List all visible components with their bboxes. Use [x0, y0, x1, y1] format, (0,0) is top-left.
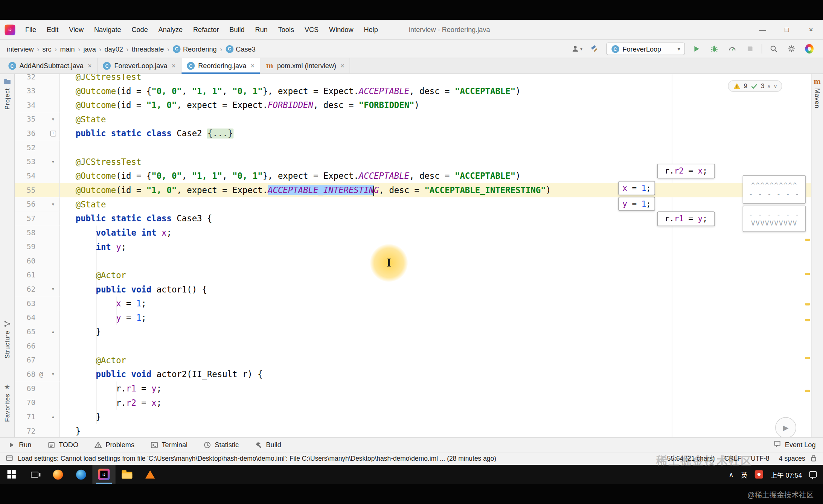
- line-number[interactable]: 69: [15, 382, 35, 396]
- line-number[interactable]: 52: [15, 141, 35, 155]
- tab-reordering-java[interactable]: CReordering.java×: [181, 58, 261, 73]
- readonly-lock-button[interactable]: [809, 454, 818, 463]
- ime-indicator[interactable]: 英: [741, 469, 747, 479]
- line-number[interactable]: 67: [15, 353, 35, 367]
- line-number[interactable]: 32: [15, 74, 35, 84]
- warning-stripe-mark[interactable]: [805, 303, 810, 306]
- tool-stripe-project[interactable]: Project: [0, 77, 14, 110]
- status-55-64-21-chars[interactable]: 55:64 (21 chars): [667, 455, 715, 463]
- code-text[interactable]: }: [60, 325, 811, 339]
- code-text[interactable]: x = 1;: [60, 297, 811, 311]
- tab-close-icon[interactable]: ×: [340, 62, 344, 70]
- fold-marker[interactable]: +: [47, 126, 59, 141]
- warning-stripe-mark[interactable]: [805, 319, 810, 321]
- menu-window[interactable]: Window: [325, 24, 358, 35]
- menu-file[interactable]: File: [20, 24, 41, 35]
- menu-vcs[interactable]: VCS: [300, 24, 323, 35]
- profile-button[interactable]: ▾: [570, 43, 583, 55]
- line-number[interactable]: 34: [15, 98, 35, 113]
- action-center-icon[interactable]: [809, 471, 817, 478]
- code-text[interactable]: @Actor: [60, 268, 811, 282]
- code-text[interactable]: @Outcome(id = "1, 0", expect = Expect.FO…: [60, 98, 811, 113]
- status-4-spaces[interactable]: 4 spaces: [779, 455, 805, 463]
- tool-stripe-structure[interactable]: Structure: [0, 320, 14, 358]
- code-text[interactable]: r.r1 = y;: [60, 382, 811, 396]
- warning-stripe-mark[interactable]: [805, 239, 810, 241]
- code-text[interactable]: int y;: [60, 240, 811, 254]
- line-number[interactable]: 68: [15, 367, 35, 382]
- stop-button[interactable]: [744, 43, 756, 55]
- code-text[interactable]: r.r2 = x;: [60, 396, 811, 410]
- status-message[interactable]: Load settings: Cannot load settings from…: [18, 455, 496, 463]
- line-number[interactable]: 36: [15, 126, 35, 141]
- fold-marker[interactable]: ▾: [47, 367, 59, 382]
- code-text[interactable]: }: [60, 424, 811, 437]
- tray-expand-icon[interactable]: ∧: [729, 471, 734, 478]
- fold-marker[interactable]: ▾: [47, 282, 59, 297]
- code-text[interactable]: @Outcome(id = {"0, 0", "1, 1", "0, 1"}, …: [60, 84, 811, 98]
- settings-button[interactable]: [785, 43, 798, 55]
- line-number[interactable]: 53: [15, 155, 35, 169]
- fold-marker[interactable]: ▾: [47, 112, 59, 126]
- tray-app-icon[interactable]: [755, 470, 763, 478]
- breadcrumb-day02[interactable]: day02: [103, 44, 125, 53]
- menu-code[interactable]: Code: [127, 24, 152, 35]
- search-everywhere-button[interactable]: [767, 43, 780, 55]
- breadcrumb-src[interactable]: src: [41, 44, 53, 53]
- run-button[interactable]: [690, 43, 703, 55]
- next-highlight-icon[interactable]: ∨: [773, 83, 777, 89]
- code-text[interactable]: public static class Case2 {...}: [60, 126, 811, 141]
- code-text[interactable]: [60, 141, 811, 155]
- line-number[interactable]: 33: [15, 84, 35, 98]
- code-text[interactable]: @Actor: [60, 353, 811, 367]
- tab-close-icon[interactable]: ×: [88, 62, 92, 70]
- breadcrumb-threadsafe[interactable]: threadsafe: [130, 44, 166, 53]
- code-text[interactable]: @JCStressTest: [60, 74, 811, 84]
- line-number[interactable]: 55: [15, 183, 35, 198]
- code-text[interactable]: @Outcome(id = "1, 0", expect = Expect.AC…: [60, 183, 811, 198]
- toolwindow-problems[interactable]: Problems: [94, 440, 134, 449]
- tool-stripe-favorites[interactable]: ★Favorites: [0, 382, 14, 422]
- code-text[interactable]: }: [60, 410, 811, 424]
- line-number[interactable]: 58: [15, 225, 35, 240]
- tab-close-icon[interactable]: ×: [250, 62, 255, 70]
- line-number[interactable]: 56: [15, 197, 35, 212]
- line-number[interactable]: 54: [15, 169, 35, 183]
- prev-highlight-icon[interactable]: ∧: [767, 83, 771, 89]
- maximize-button[interactable]: □: [775, 20, 799, 40]
- breadcrumb-reordering[interactable]: CReordering: [171, 44, 218, 54]
- toolwindow-terminal[interactable]: Terminal: [150, 440, 187, 449]
- ide-features-button[interactable]: [803, 43, 815, 55]
- line-number[interactable]: 63: [15, 297, 35, 311]
- menu-help[interactable]: Help: [359, 24, 383, 35]
- toolwindow-run[interactable]: Run: [8, 440, 32, 449]
- breadcrumb-case3[interactable]: CCase3: [224, 44, 257, 54]
- menu-edit[interactable]: Edit: [42, 24, 63, 35]
- menu-build[interactable]: Build: [225, 24, 249, 35]
- status-utf-8[interactable]: UTF-8: [751, 455, 769, 463]
- clock[interactable]: 上午 07:54: [771, 469, 802, 479]
- taskbar-firefox-button[interactable]: [46, 465, 69, 484]
- menu-tools[interactable]: Tools: [273, 24, 299, 35]
- tab-addandsubtract-java[interactable]: CAddAndSubtract.java×: [3, 58, 98, 73]
- debug-button[interactable]: [708, 43, 721, 55]
- line-number[interactable]: 71: [15, 410, 35, 424]
- line-number[interactable]: 70: [15, 396, 35, 410]
- profiler-button[interactable]: [726, 43, 738, 55]
- menu-run[interactable]: Run: [250, 24, 272, 35]
- event-log-button[interactable]: Event Log: [773, 440, 815, 449]
- tool-stripe-maven[interactable]: mMaven: [811, 77, 823, 108]
- code-text[interactable]: volatile int x;: [60, 225, 811, 240]
- warning-stripe-mark[interactable]: [805, 390, 810, 392]
- code-text[interactable]: public void actor2(II_Result r) {: [60, 367, 811, 382]
- code-text[interactable]: [60, 339, 811, 353]
- toolwindow-build[interactable]: Build: [255, 440, 281, 449]
- taskbar-idea-button[interactable]: IJ: [92, 465, 115, 484]
- tab-pom-xml-interview[interactable]: mpom.xml (interview)×: [260, 58, 350, 73]
- toolwindow-statistic[interactable]: Statistic: [203, 440, 239, 449]
- breadcrumb-main[interactable]: main: [58, 44, 76, 53]
- warning-stripe-mark[interactable]: [805, 357, 810, 359]
- minimize-button[interactable]: —: [751, 20, 775, 40]
- run-config-selector[interactable]: C ForeverLoop ▾: [606, 43, 685, 55]
- code-text[interactable]: [60, 254, 811, 268]
